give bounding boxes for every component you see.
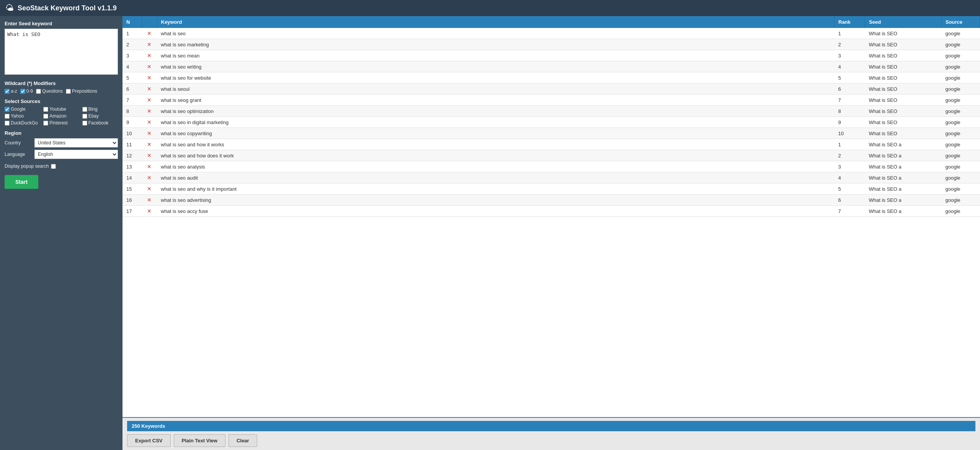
language-select[interactable]: English Spanish French German bbox=[34, 150, 118, 159]
cell-n: 6 bbox=[122, 83, 142, 95]
remove-row-icon[interactable]: ✕ bbox=[145, 41, 153, 47]
cell-rank: 4 bbox=[835, 172, 865, 183]
cell-remove[interactable]: ✕ bbox=[142, 117, 157, 128]
remove-row-icon[interactable]: ✕ bbox=[145, 75, 153, 81]
cell-remove[interactable]: ✕ bbox=[142, 72, 157, 83]
wildcard-az-checkbox[interactable] bbox=[5, 89, 10, 94]
source-google[interactable]: Google bbox=[5, 106, 40, 112]
region-section: Region Country United States United King… bbox=[5, 130, 118, 159]
wildcard-section-label: Wildcard (*) Modifiers bbox=[5, 80, 118, 86]
source-facebook-checkbox[interactable] bbox=[82, 121, 87, 126]
source-ebay[interactable]: Ebay bbox=[82, 113, 118, 119]
cell-remove[interactable]: ✕ bbox=[142, 183, 157, 195]
source-pinterest-checkbox[interactable] bbox=[43, 121, 48, 126]
remove-row-icon[interactable]: ✕ bbox=[145, 97, 153, 103]
table-row: 4✕what is seo writing4What is SEOgoogle bbox=[122, 61, 980, 72]
wildcard-prepositions[interactable]: Prepositions bbox=[66, 88, 97, 94]
sources-section-label: Select Sources bbox=[5, 98, 118, 104]
source-amazon-checkbox[interactable] bbox=[43, 114, 48, 119]
cell-keyword: what is seo copywriting bbox=[157, 128, 835, 139]
cell-remove[interactable]: ✕ bbox=[142, 39, 157, 50]
cell-n: 3 bbox=[122, 50, 142, 61]
remove-row-icon[interactable]: ✕ bbox=[145, 108, 153, 114]
table-row: 10✕what is seo copywriting10What is SEOg… bbox=[122, 128, 980, 139]
wildcard-09[interactable]: 0-9 bbox=[20, 88, 33, 94]
display-popup-label: Display popup search bbox=[5, 164, 49, 169]
cell-seed: What is SEO bbox=[865, 50, 942, 61]
remove-row-icon[interactable]: ✕ bbox=[145, 208, 153, 214]
cell-remove[interactable]: ✕ bbox=[142, 83, 157, 95]
wildcard-09-checkbox[interactable] bbox=[20, 89, 25, 94]
remove-row-icon[interactable]: ✕ bbox=[145, 119, 153, 125]
remove-row-icon[interactable]: ✕ bbox=[145, 152, 153, 159]
source-yahoo[interactable]: Yahoo bbox=[5, 113, 40, 119]
cell-n: 15 bbox=[122, 183, 142, 195]
source-yahoo-checkbox[interactable] bbox=[5, 114, 10, 119]
source-bing[interactable]: Bing bbox=[82, 106, 118, 112]
source-youtube-checkbox[interactable] bbox=[43, 107, 48, 112]
table-row: 1✕what is seo1What is SEOgoogle bbox=[122, 28, 980, 39]
source-duckduckgo[interactable]: DuckDuckGo bbox=[5, 120, 40, 126]
cell-source: google bbox=[942, 150, 980, 161]
source-bing-checkbox[interactable] bbox=[82, 107, 87, 112]
cell-remove[interactable]: ✕ bbox=[142, 95, 157, 106]
seed-keyword-input[interactable] bbox=[5, 29, 118, 75]
remove-row-icon[interactable]: ✕ bbox=[145, 86, 153, 92]
remove-row-icon[interactable]: ✕ bbox=[145, 141, 153, 147]
source-amazon[interactable]: Amazon bbox=[43, 113, 79, 119]
cell-n: 2 bbox=[122, 39, 142, 50]
cell-rank: 10 bbox=[835, 128, 865, 139]
remove-row-icon[interactable]: ✕ bbox=[145, 175, 153, 181]
cell-remove[interactable]: ✕ bbox=[142, 161, 157, 172]
cell-keyword: what is seo optimization bbox=[157, 106, 835, 117]
cell-remove[interactable]: ✕ bbox=[142, 128, 157, 139]
export-csv-button[interactable]: Export CSV bbox=[127, 434, 171, 447]
cell-n: 12 bbox=[122, 150, 142, 161]
cell-source: google bbox=[942, 206, 980, 217]
wildcard-questions-checkbox[interactable] bbox=[36, 89, 41, 94]
source-youtube[interactable]: Youtube bbox=[43, 106, 79, 112]
cell-keyword: what is seo in digital marketing bbox=[157, 117, 835, 128]
cell-remove[interactable]: ✕ bbox=[142, 139, 157, 150]
cell-remove[interactable]: ✕ bbox=[142, 50, 157, 61]
cell-rank: 9 bbox=[835, 117, 865, 128]
cell-remove[interactable]: ✕ bbox=[142, 61, 157, 72]
country-select[interactable]: United States United Kingdom Canada Aust… bbox=[34, 138, 118, 147]
source-ebay-checkbox[interactable] bbox=[82, 114, 87, 119]
source-duckduckgo-checkbox[interactable] bbox=[5, 121, 10, 126]
cell-remove[interactable]: ✕ bbox=[142, 195, 157, 206]
wildcard-questions[interactable]: Questions bbox=[36, 88, 63, 94]
remove-row-icon[interactable]: ✕ bbox=[145, 30, 153, 36]
source-facebook[interactable]: Facebook bbox=[82, 120, 118, 126]
plain-text-view-button[interactable]: Plain Text View bbox=[174, 434, 225, 447]
display-popup-row: Display popup search bbox=[5, 164, 118, 169]
wildcard-az[interactable]: a-z bbox=[5, 88, 17, 94]
cell-remove[interactable]: ✕ bbox=[142, 28, 157, 39]
cell-rank: 5 bbox=[835, 183, 865, 195]
wildcard-prepositions-checkbox[interactable] bbox=[66, 89, 71, 94]
start-button[interactable]: Start bbox=[5, 175, 38, 189]
remove-row-icon[interactable]: ✕ bbox=[145, 186, 153, 192]
source-google-checkbox[interactable] bbox=[5, 107, 10, 112]
remove-row-icon[interactable]: ✕ bbox=[145, 164, 153, 170]
cell-n: 1 bbox=[122, 28, 142, 39]
table-row: 11✕what is seo and how it works1What is … bbox=[122, 139, 980, 150]
cell-seed: What is SEO bbox=[865, 95, 942, 106]
cell-rank: 3 bbox=[835, 50, 865, 61]
cell-remove[interactable]: ✕ bbox=[142, 206, 157, 217]
cell-n: 17 bbox=[122, 206, 142, 217]
footer: 250 Keywords Export CSV Plain Text View … bbox=[122, 417, 980, 450]
cell-remove[interactable]: ✕ bbox=[142, 106, 157, 117]
remove-row-icon[interactable]: ✕ bbox=[145, 130, 153, 136]
source-pinterest[interactable]: Pinterest bbox=[43, 120, 79, 126]
display-popup-checkbox[interactable] bbox=[51, 164, 56, 169]
table-row: 12✕what is seo and how does it work2What… bbox=[122, 150, 980, 161]
wildcard-options: a-z 0-9 Questions Prepositions bbox=[5, 88, 118, 94]
cell-remove[interactable]: ✕ bbox=[142, 172, 157, 183]
remove-row-icon[interactable]: ✕ bbox=[145, 64, 153, 70]
clear-button[interactable]: Clear bbox=[229, 434, 257, 447]
cell-remove[interactable]: ✕ bbox=[142, 150, 157, 161]
cell-source: google bbox=[942, 161, 980, 172]
remove-row-icon[interactable]: ✕ bbox=[145, 197, 153, 203]
remove-row-icon[interactable]: ✕ bbox=[145, 52, 153, 59]
